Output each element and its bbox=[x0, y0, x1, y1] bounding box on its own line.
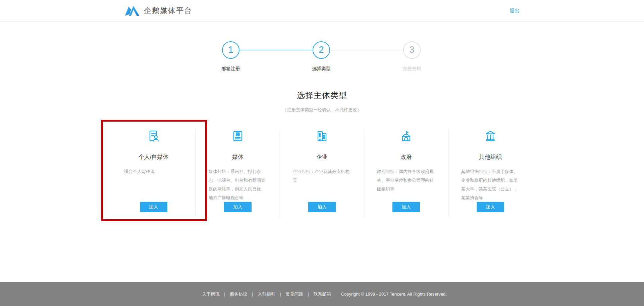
join-button[interactable]: 加入 bbox=[477, 202, 504, 212]
footer-link[interactable]: 联系邮箱 bbox=[314, 291, 331, 297]
logout-link[interactable]: 退出 bbox=[509, 8, 520, 14]
step-item-3: 3 完善资料 bbox=[388, 41, 435, 72]
logo[interactable]: 企鹅媒体平台 bbox=[124, 5, 192, 16]
footer-link[interactable]: 关于腾讯 bbox=[202, 291, 219, 297]
logo-text: 企鹅媒体平台 bbox=[144, 6, 192, 16]
card-description: 政府包括：国内外各级政府机构、事业单位和参公管理的社团组织等 bbox=[377, 167, 437, 193]
join-button[interactable]: 加入 bbox=[224, 202, 252, 212]
page: 企鹅媒体平台 退出 1 邮箱注册 2 选择类型 3 完善资料 选择主体类型 （注… bbox=[0, 0, 644, 306]
step-number: 1 bbox=[222, 41, 239, 59]
footer: 关于腾讯|服务协议|入驻指引|常见问题|联系邮箱 Copyright © 199… bbox=[0, 282, 644, 306]
step-number: 3 bbox=[403, 41, 421, 59]
bank-icon bbox=[484, 129, 497, 143]
join-button[interactable]: 加入 bbox=[140, 202, 167, 212]
card-description: 适合个人写作者 bbox=[124, 167, 184, 176]
newspaper-icon bbox=[231, 129, 245, 143]
buildings-icon bbox=[315, 129, 329, 143]
card-title: 政府 bbox=[364, 154, 448, 161]
card-description: 媒体包括：通讯社、报刊杂志、电视台、电台和有新闻资质的网站等，例如人民日报、地方… bbox=[209, 167, 268, 202]
government-icon bbox=[399, 129, 413, 143]
copyright-text: Copyright © 1998 - 2017 Tencent. All Rig… bbox=[341, 292, 447, 297]
page-subtitle: （注册主体类型一经确认，不允许更改） bbox=[0, 107, 644, 113]
card-description: 企业包括：企业及其分支机构等 bbox=[293, 167, 353, 185]
account-type-card: 媒体 媒体包括：通讯社、报刊杂志、电视台、电台和有新闻资质的网站等，例如人民日报… bbox=[196, 129, 280, 217]
footer-link[interactable]: 入驻指引 bbox=[258, 291, 275, 297]
footer-separator: | bbox=[224, 292, 225, 297]
account-type-card: 其他组织 其他组织包括：不属于媒体、企业和政府的其他组织，如某某大学，某某医院（… bbox=[448, 129, 532, 217]
step-item-1: 1 邮箱注册 bbox=[207, 41, 254, 72]
footer-links: 关于腾讯|服务协议|入驻指引|常见问题|联系邮箱 bbox=[197, 291, 336, 297]
card-title: 媒体 bbox=[196, 154, 280, 161]
penguin-media-logo-icon bbox=[124, 5, 140, 16]
card-title: 其他组织 bbox=[448, 154, 532, 161]
join-button[interactable]: 加入 bbox=[392, 202, 420, 212]
id-card-person-icon bbox=[147, 129, 160, 143]
page-title: 选择主体类型 bbox=[0, 90, 644, 101]
join-button[interactable]: 加入 bbox=[308, 202, 336, 212]
step-item-2: 2 选择类型 bbox=[298, 41, 345, 72]
step-number: 2 bbox=[313, 41, 330, 59]
footer-link[interactable]: 服务协议 bbox=[230, 291, 247, 297]
step-label: 完善资料 bbox=[388, 66, 435, 72]
header: 企鹅媒体平台 退出 bbox=[0, 0, 644, 21]
card-description: 其他组织包括：不属于媒体、企业和政府的其他组织，如某某大学，某某医院（公立），某… bbox=[461, 167, 521, 202]
account-type-card: 企业 企业包括：企业及其分支机构等 加入 bbox=[280, 129, 364, 217]
footer-separator: | bbox=[252, 292, 253, 297]
card-title: 企业 bbox=[280, 154, 364, 161]
account-type-cards: 个人/自媒体 适合个人写作者 加入 媒体 媒体包括：通讯社、报刊杂志、电视台、电… bbox=[111, 129, 533, 217]
footer-separator: | bbox=[308, 292, 309, 297]
account-type-card: 政府 政府包括：国内外各级政府机构、事业单位和参公管理的社团组织等 加入 bbox=[364, 129, 448, 217]
header-inner: 企鹅媒体平台 退出 bbox=[124, 0, 520, 21]
account-type-card: 个人/自媒体 适合个人写作者 加入 bbox=[111, 129, 196, 217]
footer-separator: | bbox=[280, 292, 281, 297]
step-label: 邮箱注册 bbox=[207, 66, 254, 72]
step-label: 选择类型 bbox=[298, 66, 345, 72]
card-title: 个人/自媒体 bbox=[111, 154, 196, 161]
footer-link[interactable]: 常见问题 bbox=[286, 291, 303, 297]
